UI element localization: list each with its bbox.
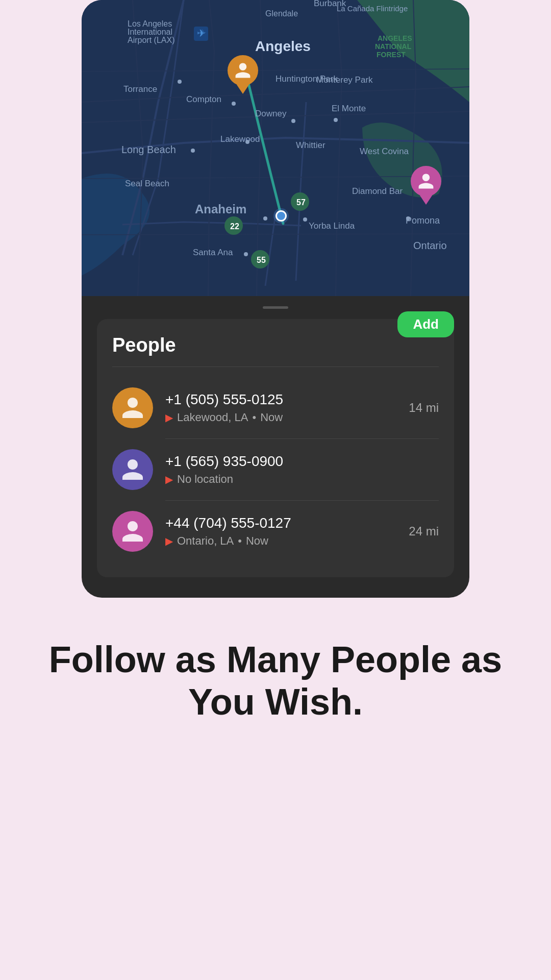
- list-item[interactable]: +44 (704) 555-0127 ▶ Ontario, LA • Now 2…: [112, 501, 439, 562]
- tagline-section: Follow as Many People as You Wish.: [0, 598, 551, 754]
- location-arrow-icon: ▶: [165, 473, 173, 485]
- map-section: Los Angeles International Airport (LAX) …: [82, 0, 469, 296]
- svg-text:West Covina: West Covina: [360, 146, 409, 156]
- svg-text:Downey: Downey: [255, 109, 287, 118]
- svg-text:✈: ✈: [197, 28, 206, 39]
- svg-text:Monterey Park: Monterey Park: [316, 75, 373, 85]
- location-arrow-icon: ▶: [165, 535, 173, 547]
- person-phone: +1 (505) 555-0125: [165, 391, 439, 408]
- avatar: [112, 449, 153, 490]
- list-item[interactable]: +1 (565) 935-0900 ▶ No location: [112, 439, 439, 500]
- svg-text:FOREST: FOREST: [377, 51, 406, 59]
- drag-handle: [263, 306, 288, 309]
- dot-separator: •: [238, 534, 242, 548]
- svg-point-41: [191, 149, 195, 153]
- svg-point-45: [406, 216, 410, 220]
- person-info: +44 (704) 555-0127 ▶ Ontario, LA • Now: [165, 515, 439, 548]
- person-location: ▶ No location: [165, 473, 439, 486]
- person-phone: +44 (704) 555-0127: [165, 515, 439, 531]
- avatar: [112, 511, 153, 552]
- marker-person3[interactable]: [411, 166, 441, 205]
- dot-separator: •: [252, 411, 256, 424]
- tagline-text: Follow as Many People as You Wish.: [31, 639, 520, 723]
- person-distance: 24 mi: [409, 524, 439, 538]
- person-location: ▶ Ontario, LA • Now: [165, 534, 439, 548]
- people-card: People +1 (505) 555-0125 ▶ Lakewood, LA: [97, 319, 454, 577]
- location-text: Ontario, LA: [177, 534, 234, 548]
- svg-text:Burbank: Burbank: [314, 0, 346, 8]
- svg-point-43: [303, 217, 307, 222]
- svg-text:Los Angeles: Los Angeles: [128, 19, 172, 28]
- svg-point-44: [245, 140, 249, 144]
- svg-text:La Cañada Flintridge: La Cañada Flintridge: [337, 4, 408, 13]
- list-item[interactable]: +1 (505) 555-0125 ▶ Lakewood, LA • Now 1…: [112, 377, 439, 438]
- svg-text:ANGELES: ANGELES: [378, 34, 412, 42]
- location-time: Now: [246, 534, 268, 548]
- location-time: Now: [260, 411, 283, 424]
- current-location-dot: [276, 210, 287, 222]
- people-title: People: [112, 334, 439, 356]
- svg-text:Airport (LAX): Airport (LAX): [128, 36, 174, 44]
- svg-text:Seal Beach: Seal Beach: [125, 179, 169, 188]
- svg-text:El Monte: El Monte: [332, 104, 366, 113]
- svg-text:Torrance: Torrance: [123, 84, 157, 94]
- svg-text:Long Beach: Long Beach: [121, 144, 176, 155]
- svg-text:Angeles: Angeles: [255, 38, 311, 54]
- person-location: ▶ Lakewood, LA • Now: [165, 411, 439, 424]
- svg-text:Ontario: Ontario: [413, 240, 447, 251]
- location-text: No location: [177, 473, 233, 486]
- svg-text:Pomona: Pomona: [406, 215, 440, 226]
- person-info: +1 (505) 555-0125 ▶ Lakewood, LA • Now: [165, 391, 439, 424]
- svg-text:22: 22: [230, 222, 239, 231]
- svg-text:International: International: [128, 28, 172, 36]
- svg-text:Santa Ana: Santa Ana: [193, 248, 233, 257]
- svg-point-46: [244, 252, 248, 256]
- svg-text:Diamond Bar: Diamond Bar: [352, 186, 403, 196]
- svg-text:55: 55: [257, 256, 266, 264]
- location-text: Lakewood, LA: [177, 411, 248, 424]
- person-phone: +1 (565) 935-0900: [165, 453, 439, 470]
- avatar: [112, 387, 153, 428]
- svg-text:57: 57: [296, 198, 306, 207]
- location-arrow-icon: ▶: [165, 411, 173, 424]
- svg-point-37: [178, 80, 182, 84]
- svg-text:Glendale: Glendale: [265, 9, 298, 18]
- person-distance: 14 mi: [409, 401, 439, 415]
- svg-text:Compton: Compton: [186, 94, 221, 104]
- svg-text:NATIONAL: NATIONAL: [375, 42, 412, 51]
- svg-point-38: [232, 102, 236, 106]
- svg-text:Lakewood: Lakewood: [220, 134, 260, 144]
- svg-text:Yorba Linda: Yorba Linda: [309, 221, 355, 231]
- phone-mockup: Los Angeles International Airport (LAX) …: [82, 0, 469, 598]
- person-info: +1 (565) 935-0900 ▶ No location: [165, 453, 439, 486]
- svg-text:Whittier: Whittier: [296, 140, 325, 150]
- svg-text:Anaheim: Anaheim: [195, 202, 246, 216]
- bottom-panel: Add People +1 (505) 555-0125 ▶: [82, 296, 469, 598]
- svg-point-42: [263, 216, 267, 220]
- svg-point-39: [291, 119, 295, 123]
- add-button[interactable]: Add: [397, 311, 454, 337]
- svg-point-40: [334, 118, 338, 122]
- marker-person1[interactable]: [228, 55, 258, 94]
